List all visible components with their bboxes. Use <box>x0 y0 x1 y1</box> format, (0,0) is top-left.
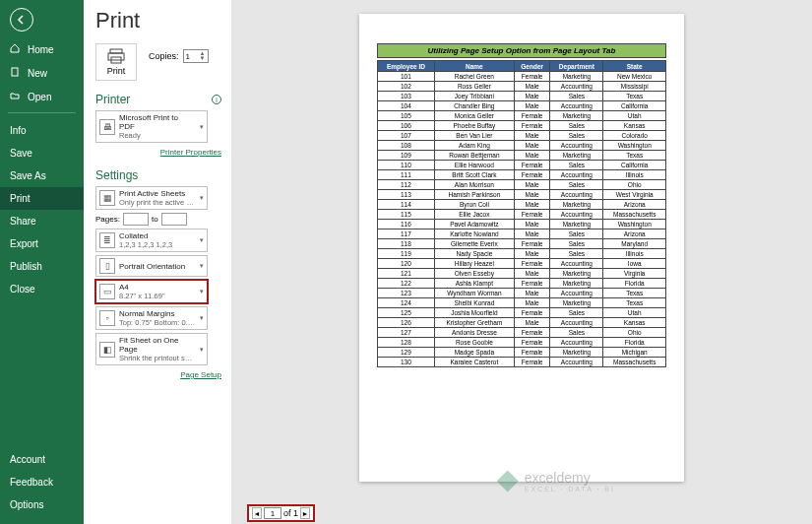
scaling-dropdown[interactable]: ◧ Fit Sheet on One PageShrink the printo… <box>95 333 208 365</box>
page-title: Print <box>95 8 221 33</box>
table-header: State <box>603 61 666 72</box>
table-row: 121Olven EssebyMaleMarketingVirginia <box>378 269 666 279</box>
table-row: 123Wyndham WormanMaleAccountingTexas <box>378 289 666 298</box>
sidebar-item-options[interactable]: Options <box>0 493 84 516</box>
sidebar-item-close[interactable]: Close <box>0 278 84 300</box>
table-title: Utilizing Page Setup Option from Page La… <box>377 43 666 58</box>
table-row: 102Ross GellerMaleAccountingMississipi <box>378 82 666 92</box>
page-navigator: ◄ of 1 ► <box>249 506 313 520</box>
print-what-dropdown[interactable]: ▦ Print Active SheetsOnly print the acti… <box>95 186 208 210</box>
sidebar-item-label: Share <box>10 216 36 227</box>
sidebar-item-save-as[interactable]: Save As <box>0 164 84 187</box>
sidebar-item-new[interactable]: New <box>0 61 84 85</box>
sidebar-item-label: Publish <box>10 261 42 272</box>
sidebar-item-label: Save As <box>10 170 46 181</box>
paper-size-dropdown[interactable]: ▭ A48.27" x 11.69" ▾ <box>95 280 208 303</box>
watermark-logo-icon <box>497 471 519 492</box>
print-button[interactable]: Print <box>95 43 137 81</box>
table-row: 122Ashla KlamptFemaleMarketingFlorida <box>378 279 666 289</box>
printer-icon <box>107 48 125 64</box>
next-page-button[interactable]: ► <box>300 507 310 519</box>
table-row: 109Rowan BettjemanMaleMarketingTexas <box>378 151 666 161</box>
svg-rect-0 <box>12 68 18 76</box>
sidebar-item-save[interactable]: Save <box>0 142 84 164</box>
printer-section-title: Printer <box>95 93 130 106</box>
table-header: Department <box>550 61 603 72</box>
table-header: Gender <box>514 61 549 72</box>
chevron-down-icon: ▾ <box>200 262 204 270</box>
chevron-down-icon: ▾ <box>200 123 204 131</box>
table-header: Employee ID <box>378 61 435 72</box>
table-row: 101Rachel GreenFemaleMarketingNew Mexico <box>378 72 666 82</box>
sidebar-divider <box>8 112 76 113</box>
sheets-icon: ▦ <box>99 190 115 206</box>
spinner-arrows-icon: ▲▼ <box>200 51 206 61</box>
margins-dropdown[interactable]: ▫ Normal MarginsTop: 0.75" Bottom: 0.75"… <box>95 306 208 330</box>
prev-page-button[interactable]: ◄ <box>252 507 262 519</box>
sidebar-item-label: New <box>28 68 47 79</box>
back-arrow-icon <box>17 15 27 25</box>
chevron-down-icon: ▾ <box>200 288 204 295</box>
copies-spinner[interactable]: 1▲▼ <box>183 49 209 63</box>
printer-properties-link[interactable]: Printer Properties <box>160 148 221 157</box>
page-icon: ▭ <box>99 284 115 299</box>
table-row: 103Joey TribbianiMaleSalesTexas <box>378 92 666 101</box>
table-row: 107Ben Van LierMaleSalesColorado <box>378 131 666 141</box>
collated-dropdown[interactable]: ≣ Collated1,2,3 1,2,3 1,2,3 ▾ <box>95 229 208 252</box>
pages-to-input[interactable] <box>161 213 187 226</box>
table-row: 117Karlotte NowlandMaleSalesArizona <box>378 229 666 239</box>
page-setup-link[interactable]: Page Setup <box>180 370 221 379</box>
sidebar-item-account[interactable]: Account <box>0 448 84 471</box>
sidebar-item-open[interactable]: Open <box>0 85 84 108</box>
table-header: Name <box>434 61 514 72</box>
table-row: 112Alan MorrisonMaleSalesOhio <box>378 180 666 190</box>
new-icon <box>10 67 22 79</box>
watermark: exceldemy EXCEL · DATA · BI <box>497 470 615 492</box>
table-row: 124Shelbi KonradMaleMarketingTexas <box>378 298 666 308</box>
collated-icon: ≣ <box>99 232 115 248</box>
sidebar-item-feedback[interactable]: Feedback <box>0 471 84 493</box>
sidebar-item-label: Print <box>10 193 31 204</box>
sidebar-item-label: Feedback <box>10 477 53 488</box>
table-row: 118Gilemette EverixFemaleSalesMaryland <box>378 239 666 249</box>
page-of-label: of 1 <box>283 508 298 518</box>
print-button-label: Print <box>98 66 134 76</box>
back-button[interactable] <box>10 8 33 32</box>
table-row: 113Hamish ParkinsonMaleAccountingWest Vi… <box>378 190 666 200</box>
printer-small-icon: 🖶 <box>99 119 115 135</box>
table-row: 110Ellie HarwoodFemaleSalesCalifornia <box>378 161 666 170</box>
sidebar-item-home[interactable]: Home <box>0 37 84 61</box>
sidebar-item-info[interactable]: Info <box>0 119 84 142</box>
sidebar-item-label: Save <box>10 148 32 159</box>
sidebar-item-export[interactable]: Export <box>0 232 84 255</box>
settings-section-title: Settings <box>95 168 138 182</box>
sidebar-item-label: Info <box>10 125 27 136</box>
sidebar-item-share[interactable]: Share <box>0 210 84 232</box>
pages-from-input[interactable] <box>123 213 149 226</box>
table-row: 130Karalee CasterotFemaleAccountingMassa… <box>378 358 666 367</box>
table-row: 126Kristopher GrethamMaleAccountingKansa… <box>378 318 666 328</box>
home-icon <box>10 43 22 55</box>
orientation-dropdown[interactable]: ▯ Portrait Orientation ▾ <box>95 255 208 277</box>
scaling-icon: ◧ <box>99 342 115 358</box>
sidebar-item-label: Close <box>10 284 35 295</box>
copies-label: Copies: <box>149 51 179 61</box>
chevron-down-icon: ▾ <box>200 346 204 354</box>
sidebar-item-print[interactable]: Print <box>0 187 84 210</box>
sidebar-item-label: Options <box>10 499 43 510</box>
page-number-input[interactable] <box>264 507 281 519</box>
preview-area: Utilizing Page Setup Option from Page La… <box>231 0 812 524</box>
margins-icon: ▫ <box>99 310 115 326</box>
table-row: 104Chandler BingMaleAccountingCalifornia <box>378 101 666 111</box>
sidebar-item-publish[interactable]: Publish <box>0 255 84 278</box>
settings-column: Print Print Copies: 1▲▼ Printer i 🖶 Micr… <box>84 0 231 524</box>
table-row: 116Pavel AdamowitzMaleMarketingWashingto… <box>378 220 666 229</box>
pages-to-label: to <box>152 215 158 224</box>
table-row: 105Monica GellerFemaleMarketingUtah <box>378 111 666 121</box>
portrait-icon: ▯ <box>99 258 115 274</box>
info-icon[interactable]: i <box>212 95 221 104</box>
printer-dropdown[interactable]: 🖶 Microsoft Print to PDFReady ▾ <box>95 110 208 143</box>
preview-page: Utilizing Page Setup Option from Page La… <box>359 14 684 482</box>
table-row: 114Byron CollMaleMarketingArizona <box>378 200 666 210</box>
sidebar-item-label: Account <box>10 454 45 465</box>
